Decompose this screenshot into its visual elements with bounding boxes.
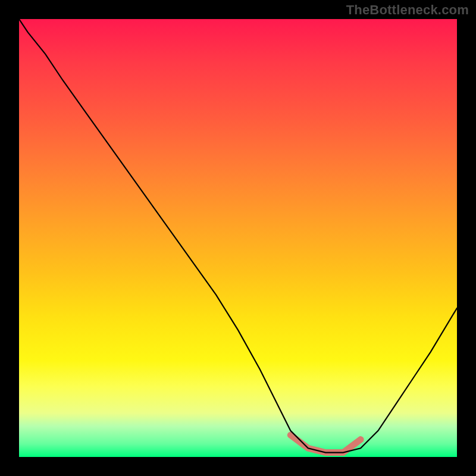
- plot-area: [19, 19, 457, 457]
- watermark-text: TheBottleneck.com: [346, 2, 469, 18]
- highlight-path: [290, 435, 361, 452]
- curve-layer: [19, 19, 457, 457]
- bottleneck-curve-path: [19, 19, 457, 453]
- chart-frame: TheBottleneck.com: [0, 0, 476, 476]
